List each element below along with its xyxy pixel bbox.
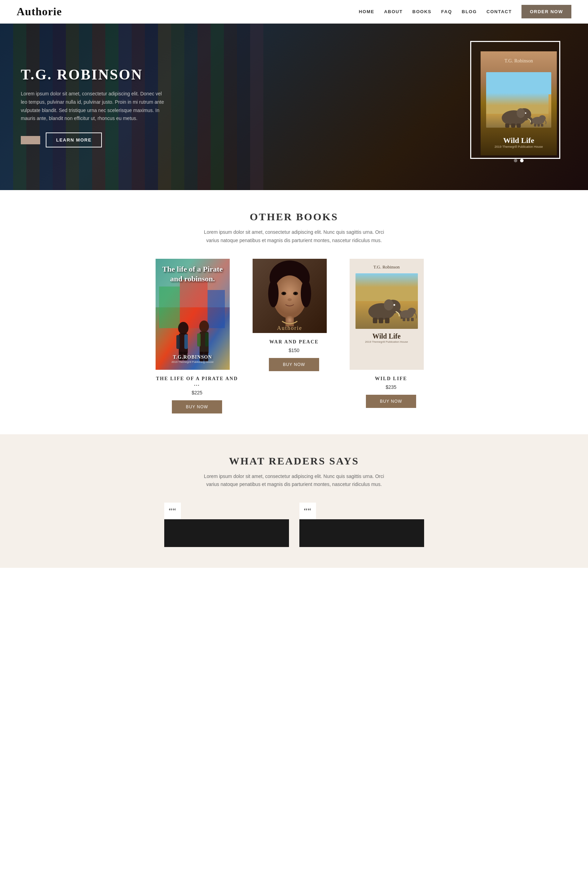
book-card-war: Authorie WAR AND PEACE $150 BUY NOW — [253, 259, 336, 414]
book-pirate-text: The life of a Pirate and robinson. — [161, 264, 224, 284]
carousel-dot-2[interactable] — [520, 159, 524, 163]
book-war-title: WAR AND PEACE — [253, 339, 336, 345]
book-wild-price: $235 — [350, 384, 433, 390]
svg-point-41 — [268, 280, 279, 307]
svg-rect-52 — [385, 318, 390, 323]
hero-book-image — [486, 72, 551, 128]
hero-learn-more-button[interactable]: LEARN MORE — [46, 132, 102, 147]
book-cover-war: Authorie — [253, 259, 327, 333]
book-pirate-title: THE LIFE OF A PIRATE AND ... — [156, 376, 239, 387]
book-cover-wild-wrap: T.G. Robinson — [350, 259, 433, 370]
book-war-price: $150 — [253, 348, 336, 353]
header: Authorie HOME ABOUT BOOKS FAQ BLOG CONTA… — [0, 0, 588, 24]
svg-point-10 — [539, 115, 546, 121]
svg-point-49 — [393, 304, 395, 306]
svg-point-5 — [525, 112, 526, 114]
book-wild-title: WILD LIFE — [350, 376, 433, 382]
quote-icon-2: ““ — [299, 503, 316, 519]
book-pirate-footer: 2019 Themegrill Publishing House — [161, 360, 224, 364]
books-grid: The life of a Pirate and robinson. T.G.R… — [14, 259, 574, 414]
book-wild-subtitle-text: 2019 Themegrill Publication House — [365, 340, 408, 343]
svg-rect-57 — [411, 318, 414, 321]
testimonial-content-2 — [299, 519, 424, 547]
hero-book-showcase: T.G. Robinson — [470, 44, 567, 169]
svg-rect-13 — [541, 124, 543, 126]
hero-buttons: LEARN MORE — [21, 132, 166, 147]
svg-rect-44 — [356, 273, 418, 301]
hero-text-block: T.G. ROBINSON Lorem ipsum dolor sit amet… — [21, 66, 166, 147]
wild-cover-illustration — [356, 273, 418, 329]
testimonials-grid: ““ ““ — [14, 503, 574, 547]
hero-book-subtitle: 2019 Themegrill Publication House — [495, 145, 543, 149]
readers-section-title: WHAT READERS SAYS — [14, 455, 574, 467]
main-nav: HOME ABOUT BOOKS FAQ BLOG CONTACT ORDER … — [358, 5, 572, 18]
svg-point-37 — [283, 292, 285, 295]
hero-book-cover: T.G. Robinson — [481, 51, 557, 155]
book-pirate-buy-button[interactable]: BUY NOW — [172, 400, 222, 414]
nav-blog[interactable]: BLOG — [462, 9, 477, 14]
nav-books[interactable]: BOOKS — [412, 9, 431, 14]
hero-content: T.G. ROBINSON Lorem ipsum dolor sit amet… — [0, 44, 588, 169]
testimonial-content-1 — [164, 519, 289, 547]
hero-book-author: T.G. Robinson — [504, 58, 533, 64]
book-war-face-bg: Authorie — [253, 259, 327, 333]
hero-section: T.G. ROBINSON Lorem ipsum dolor sit amet… — [0, 24, 588, 190]
svg-rect-51 — [379, 318, 383, 323]
readers-section: WHAT READERS SAYS Lorem ipsum dolor sit … — [0, 434, 588, 568]
book-cover-pirate: The life of a Pirate and robinson. T.G.R… — [156, 259, 230, 370]
order-now-button[interactable]: ORDER NOW — [522, 5, 572, 18]
nav-about[interactable]: ABOUT — [384, 9, 403, 14]
hero-carousel-dots — [514, 159, 524, 163]
svg-rect-21 — [176, 335, 180, 349]
nav-faq[interactable]: FAQ — [441, 9, 452, 14]
svg-point-19 — [178, 322, 189, 334]
book-cover-wild: T.G. Robinson — [350, 259, 424, 370]
svg-point-48 — [384, 300, 394, 310]
svg-rect-55 — [403, 318, 405, 321]
svg-text:Authorie: Authorie — [277, 325, 302, 331]
book-wild-author: T.G. Robinson — [374, 264, 400, 270]
book-cover-pirate-wrap: The life of a Pirate and robinson. T.G.R… — [156, 259, 239, 370]
svg-rect-18 — [207, 290, 225, 328]
readers-section-subtitle: Lorem ipsum dolor sit amet, consectetur … — [204, 473, 384, 489]
svg-rect-11 — [534, 124, 536, 126]
testimonial-card-2: ““ — [299, 503, 424, 547]
other-books-title: OTHER BOOKS — [14, 211, 574, 223]
nav-home[interactable]: HOME — [358, 9, 374, 14]
svg-rect-6 — [505, 123, 509, 128]
carousel-dot-1[interactable] — [514, 159, 518, 163]
svg-point-38 — [294, 292, 297, 295]
svg-rect-27 — [197, 333, 201, 346]
svg-rect-28 — [205, 333, 208, 346]
svg-rect-8 — [517, 123, 521, 128]
book-wild-image — [356, 273, 418, 329]
war-cover-illustration: Authorie — [253, 259, 327, 333]
svg-rect-12 — [537, 124, 540, 126]
book-cover-war-wrap: Authorie — [253, 259, 336, 333]
svg-point-25 — [199, 321, 209, 332]
other-books-subtitle: Lorem ipsum dolor sit amet, consectetur … — [204, 228, 384, 245]
svg-rect-7 — [511, 123, 515, 128]
svg-rect-50 — [373, 318, 377, 323]
book-card-pirate: The life of a Pirate and robinson. T.G.R… — [156, 259, 239, 414]
other-books-section: OTHER BOOKS Lorem ipsum dolor sit amet, … — [0, 190, 588, 434]
testimonial-card-1: ““ — [164, 503, 289, 547]
svg-point-54 — [408, 308, 416, 315]
svg-rect-56 — [407, 318, 410, 321]
book-wild-buy-button[interactable]: BUY NOW — [366, 395, 416, 408]
logo: Authorie — [16, 5, 62, 18]
quote-icon-1: ““ — [164, 503, 181, 519]
hero-book-title-group: Wild Life 2019 Themegrill Publication Ho… — [495, 136, 543, 149]
hero-book-title: Wild Life — [495, 136, 543, 145]
svg-point-42 — [301, 280, 311, 307]
hero-author-name: T.G. ROBINSON — [21, 66, 166, 83]
svg-point-39 — [288, 298, 292, 301]
book-war-buy-button[interactable]: BUY NOW — [269, 358, 319, 371]
nav-contact[interactable]: CONTACT — [486, 9, 512, 14]
svg-rect-16 — [159, 286, 180, 328]
svg-point-4 — [517, 108, 525, 118]
hero-primary-button[interactable] — [21, 136, 40, 144]
book-card-wild: T.G. Robinson — [350, 259, 433, 414]
svg-rect-22 — [184, 334, 188, 349]
hero-description: Lorem ipsum dolor sit amet, consectetur … — [21, 90, 166, 123]
